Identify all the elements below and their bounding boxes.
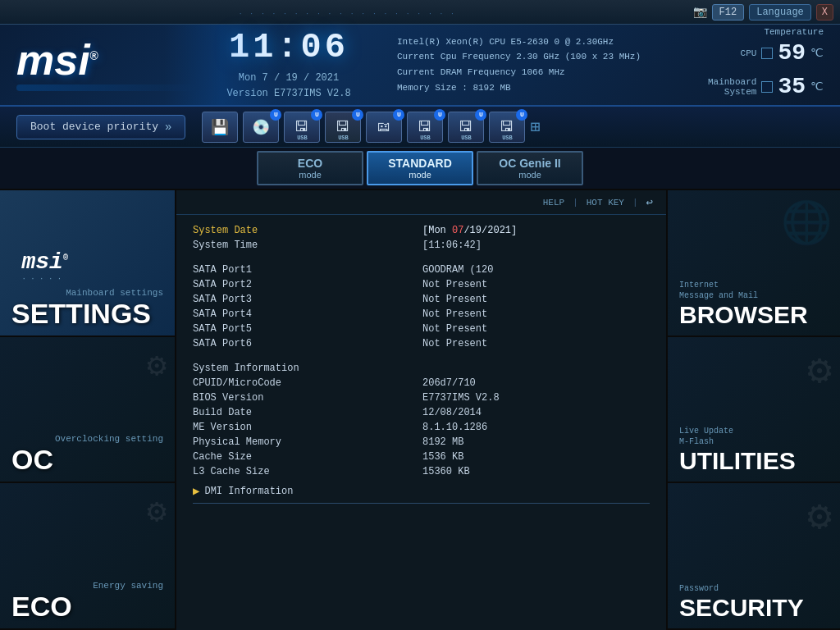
security-sub: Password xyxy=(679,583,719,594)
oc-title: OC xyxy=(11,445,53,473)
sata-port-value-2: Not Present xyxy=(422,279,487,290)
tab-oc-genie-mode[interactable]: OC Genie II mode xyxy=(477,151,583,185)
cpuid-value: 206d7/710 xyxy=(422,377,476,389)
system-date-row: System Date [Mon 07/19/2021] xyxy=(193,225,650,236)
standard-mode-title: STANDARD xyxy=(388,157,452,170)
sidebar-item-utilities[interactable]: ⚙ Live Update M-Flash UTILITIES xyxy=(668,337,840,484)
optical-device-icon[interactable]: 💿 U xyxy=(243,112,279,143)
oc-sub-label: Overclocking setting xyxy=(55,434,163,444)
bios-version-row: BIOS Version E7737IMS V2.8 xyxy=(193,392,650,404)
dmi-section[interactable]: ▶ DMI Information xyxy=(193,484,650,498)
system-time-label: System Time xyxy=(193,240,422,251)
boot-device-priority-button[interactable]: Boot device priority » xyxy=(16,115,185,139)
usb4-label: USB xyxy=(461,135,472,141)
hotkey-label[interactable]: HOT KEY xyxy=(587,198,624,208)
settings-title: SETTINGS xyxy=(11,299,151,327)
sata-port-label-5: SATA Port5 xyxy=(193,323,422,335)
dmi-label: DMI Information xyxy=(204,486,293,497)
eco-bg-icon: ⚙ xyxy=(147,491,167,532)
mb-temp-value: 35 xyxy=(778,74,806,99)
phys-mem-value: 8192 MB xyxy=(422,436,463,448)
bios-version-value: E7737IMS V2.8 xyxy=(422,392,500,404)
usb3-badge: U xyxy=(434,109,445,121)
cpu-temp-deg: ℃ xyxy=(810,46,824,60)
usb5-device-icon[interactable]: 🖫 U USB xyxy=(489,112,525,143)
cpu-temp-box xyxy=(761,48,773,59)
cpu-temp-row: CPU 59 ℃ xyxy=(692,40,824,66)
eco-title: ECO xyxy=(11,592,72,620)
system-date-value: [Mon 07/19/2021] xyxy=(422,225,517,236)
tab-eco-mode[interactable]: ECO mode xyxy=(257,151,363,185)
l3-cache-value: 15360 KB xyxy=(422,466,470,477)
boot-bar: Boot device priority » 💾 💿 U 🖫 U USB 🖫 U… xyxy=(0,107,840,148)
memory-size: Memory Size : 8192 MB xyxy=(397,80,692,96)
right-sidebar: 🌐 Internet Message and Mail BROWSER ⚙ Li… xyxy=(668,190,840,630)
temp-label: Temperature xyxy=(692,27,824,37)
usb2-device-icon[interactable]: 🖫 U USB xyxy=(325,112,361,143)
close-button[interactable]: X xyxy=(816,4,833,21)
me-version-row: ME Version 8.1.10.1286 xyxy=(193,422,650,433)
panel-back-button[interactable]: ↩ xyxy=(646,195,653,209)
standard-mode-sub: mode xyxy=(409,170,431,180)
me-version-label: ME Version xyxy=(193,422,422,433)
panel-header: HELP | HOT KEY | ↩ xyxy=(176,190,666,215)
add-device-icon[interactable]: ⊞ xyxy=(530,116,540,137)
usb5-label: USB xyxy=(502,135,513,141)
optical-badge: U xyxy=(270,109,281,121)
settings-sub-label: Mainboard settings xyxy=(66,288,163,298)
sidebar-item-browser[interactable]: 🌐 Internet Message and Mail BROWSER xyxy=(668,190,840,337)
cpuid-label: CPUID/MicroCode xyxy=(193,377,422,389)
top-bar: · · · · · · · · · · · · · · · · · · · · … xyxy=(0,0,840,25)
sata-port-label-4: SATA Port4 xyxy=(193,308,422,320)
eco-mode-sub: mode xyxy=(299,170,322,180)
settings-logo: msi® · · · · · xyxy=(22,249,153,283)
help-label[interactable]: HELP xyxy=(543,198,564,208)
sata-port-row-5: SATA Port5Not Present xyxy=(193,323,650,335)
f12-button[interactable]: F12 xyxy=(712,4,745,21)
build-date-value: 12/08/2014 xyxy=(422,407,482,418)
left-sidebar: msi® · · · · · Mainboard settings SETTIN… xyxy=(0,190,176,630)
sata-port-label-1: SATA Port1 xyxy=(193,264,422,276)
cpu-temp-label: CPU xyxy=(741,48,757,58)
usb1-device-icon[interactable]: 🖫 U USB xyxy=(284,112,320,143)
l3-cache-row: L3 Cache Size 15360 KB xyxy=(193,466,650,477)
build-date-label: Build Date xyxy=(193,407,422,418)
oc-bg-icon: ⚙ xyxy=(147,345,167,386)
eco-sub-label: Energy saving xyxy=(93,581,163,591)
language-label: Language xyxy=(756,7,804,18)
temperature-section: Temperature CPU 59 ℃ Mainboard System 35… xyxy=(692,27,824,103)
temp-values: CPU 59 ℃ Mainboard System 35 ℃ xyxy=(692,40,824,103)
mb-temp-label: Mainboard System xyxy=(708,77,756,97)
sata-port-value-5: Not Present xyxy=(422,323,487,335)
dmi-arrow-icon: ▶ xyxy=(193,484,199,498)
cpu-temp-value: 59 xyxy=(778,40,806,66)
mode-tabs: ECO mode STANDARD mode OC Genie II mode xyxy=(0,148,840,190)
sys-info-label: System Information xyxy=(193,363,422,374)
sata-port-row-2: SATA Port2Not Present xyxy=(193,279,650,290)
usb4-device-icon[interactable]: 🖫 U USB xyxy=(448,112,484,143)
usb3-label: USB xyxy=(420,135,431,141)
hdd-device-icon[interactable]: 💾 xyxy=(202,112,238,143)
camera-icon: 📷 xyxy=(693,5,707,19)
mb-temp-deg: ℃ xyxy=(810,80,824,94)
system-time-value: [11:06:42] xyxy=(422,240,482,251)
sata-port-value-4: Not Present xyxy=(422,308,487,320)
utilities-title: UTILITIES xyxy=(679,449,796,473)
usb5-badge: U xyxy=(516,109,527,121)
sidebar-item-eco[interactable]: ⚙ Energy saving ECO xyxy=(0,483,175,630)
usb3-device-icon[interactable]: 🖫 U USB xyxy=(407,112,443,143)
drive2-device-icon[interactable]: 🖭 U xyxy=(366,112,402,143)
oc-mode-sub: mode xyxy=(518,170,541,180)
sidebar-item-security[interactable]: ⚙ Password SECURITY xyxy=(668,483,840,630)
system-date-label: System Date xyxy=(193,225,422,236)
eco-mode-title: ECO xyxy=(298,157,322,170)
sidebar-item-settings[interactable]: msi® · · · · · Mainboard settings SETTIN… xyxy=(0,190,175,337)
sidebar-item-oc[interactable]: ⚙ Overclocking setting OC xyxy=(0,337,175,484)
sata-ports-section: SATA Port1GOODRAM (120SATA Port2Not Pres… xyxy=(193,264,650,349)
build-date-row: Build Date 12/08/2014 xyxy=(193,407,650,418)
security-bg-icon: ⚙ xyxy=(807,491,832,541)
tab-standard-mode[interactable]: STANDARD mode xyxy=(367,151,473,185)
cpu-freq: Current Cpu Frequency 2.30 GHz (100 x 23… xyxy=(397,49,692,65)
sata-port-row-6: SATA Port6Not Present xyxy=(193,338,650,349)
language-button[interactable]: Language xyxy=(749,4,811,21)
